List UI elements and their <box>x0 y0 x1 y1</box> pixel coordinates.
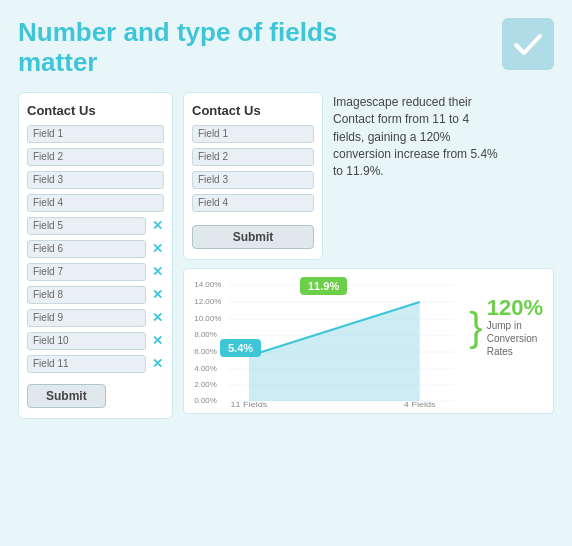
field-6-input[interactable]: Field 6 <box>27 240 146 258</box>
field-row: Field 4 <box>192 194 314 212</box>
left-form-panel: Contact Us Field 1 Field 2 Field 3 Field… <box>18 92 173 419</box>
svg-text:11 Fields: 11 Fields <box>230 399 267 406</box>
checkmark-icon <box>512 28 544 60</box>
x-mark-icon: ✕ <box>150 356 164 371</box>
jump-desc-line3: Rates <box>487 345 543 358</box>
r-field-2-input[interactable]: Field 2 <box>192 148 314 166</box>
field-5-input[interactable]: Field 5 <box>27 217 146 235</box>
header: Number and type of fields matter <box>18 18 554 78</box>
field-4-input[interactable]: Field 4 <box>27 194 164 212</box>
field-row: Field 3 <box>27 171 164 189</box>
x-mark-icon: ✕ <box>150 264 164 279</box>
right-submit-button[interactable]: Submit <box>192 225 314 249</box>
jump-label: } 120% Jump in Conversion Rates <box>469 297 543 358</box>
field-11-input[interactable]: Field 11 <box>27 355 146 373</box>
field-row: Field 2 <box>27 148 164 166</box>
field-row: Field 5 ✕ <box>27 217 164 235</box>
field-row: Field 11 ✕ <box>27 355 164 373</box>
jump-percent: 120% <box>487 297 543 319</box>
svg-text:12.00%: 12.00% <box>194 297 221 305</box>
field-2-input[interactable]: Field 2 <box>27 148 164 166</box>
field-9-input[interactable]: Field 9 <box>27 309 146 327</box>
chart-wrapper: 14.00% 12.00% 10.00% 8.00% 6.00% 4.00% 2… <box>192 277 545 407</box>
field-row: Field 9 ✕ <box>27 309 164 327</box>
main-content: Contact Us Field 1 Field 2 Field 3 Field… <box>18 92 554 419</box>
x-mark-icon: ✕ <box>150 287 164 302</box>
brace-icon: } <box>469 307 482 347</box>
right-form-title: Contact Us <box>192 103 314 118</box>
field-8-input[interactable]: Field 8 <box>27 286 146 304</box>
jump-text: 120% Jump in Conversion Rates <box>487 297 543 358</box>
x-mark-icon: ✕ <box>150 333 164 348</box>
main-container: Number and type of fields matter Contact… <box>0 0 572 546</box>
svg-text:10.00%: 10.00% <box>194 314 221 322</box>
high-value-bubble: 11.9% <box>300 277 347 295</box>
field-row: Field 6 ✕ <box>27 240 164 258</box>
svg-text:0.00%: 0.00% <box>194 396 217 404</box>
checkmark-box <box>502 18 554 70</box>
low-value-bubble: 5.4% <box>220 339 261 357</box>
page-title: Number and type of fields matter <box>18 18 358 78</box>
jump-desc-line2: Conversion <box>487 332 543 345</box>
field-10-input[interactable]: Field 10 <box>27 332 146 350</box>
field-row: Field 7 ✕ <box>27 263 164 281</box>
left-form-title: Contact Us <box>27 103 164 118</box>
x-mark-icon: ✕ <box>150 241 164 256</box>
right-form-panel: Contact Us Field 1 Field 2 Field 3 Field… <box>183 92 323 260</box>
svg-text:8.00%: 8.00% <box>194 330 217 338</box>
svg-marker-16 <box>249 302 420 401</box>
svg-text:14.00%: 14.00% <box>194 280 221 288</box>
x-mark-icon: ✕ <box>150 218 164 233</box>
left-submit-button[interactable]: Submit <box>27 384 106 408</box>
field-7-input[interactable]: Field 7 <box>27 263 146 281</box>
field-row: Field 1 <box>27 125 164 143</box>
field-row: Field 8 ✕ <box>27 286 164 304</box>
field-row: Field 3 <box>192 171 314 189</box>
chart-area: 14.00% 12.00% 10.00% 8.00% 6.00% 4.00% 2… <box>183 268 554 414</box>
field-1-input[interactable]: Field 1 <box>27 125 164 143</box>
r-field-3-input[interactable]: Field 3 <box>192 171 314 189</box>
field-row: Field 2 <box>192 148 314 166</box>
r-field-1-input[interactable]: Field 1 <box>192 125 314 143</box>
right-section: Contact Us Field 1 Field 2 Field 3 Field… <box>183 92 554 414</box>
r-field-4-input[interactable]: Field 4 <box>192 194 314 212</box>
description-text: Imagescape reduced their Contact form fr… <box>333 92 503 181</box>
jump-desc-line1: Jump in <box>487 319 543 332</box>
svg-text:6.00%: 6.00% <box>194 347 217 355</box>
field-row: Field 1 <box>192 125 314 143</box>
field-3-input[interactable]: Field 3 <box>27 171 164 189</box>
top-right: Contact Us Field 1 Field 2 Field 3 Field… <box>183 92 554 260</box>
svg-text:4.00%: 4.00% <box>194 364 217 372</box>
field-row: Field 10 ✕ <box>27 332 164 350</box>
svg-text:4 Fields: 4 Fields <box>404 399 436 406</box>
svg-text:2.00%: 2.00% <box>194 380 217 388</box>
field-row: Field 4 <box>27 194 164 212</box>
x-mark-icon: ✕ <box>150 310 164 325</box>
